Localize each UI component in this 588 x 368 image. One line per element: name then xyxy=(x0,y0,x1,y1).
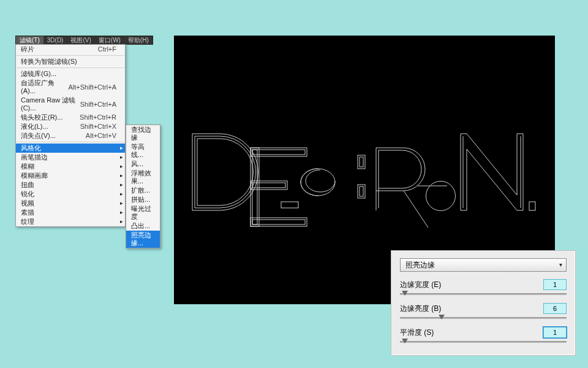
submenu-solarize[interactable]: 曝光过度 xyxy=(126,204,160,221)
menubar-window[interactable]: 窗口(W) xyxy=(95,36,124,45)
menubar-filter[interactable]: 滤镜(T) xyxy=(16,36,43,45)
slider-track xyxy=(400,341,567,343)
submenu-find-edges[interactable]: 查找边缘 xyxy=(126,125,160,142)
menubar-3d[interactable]: 3D(D) xyxy=(43,36,67,45)
app-menubar[interactable]: 滤镜(T) 3D(D) 视图(V) 窗口(W) 帮助(H) xyxy=(15,36,153,45)
dropdown-value: 照亮边缘 xyxy=(405,261,435,269)
menu-adaptive-wide[interactable]: 自适应广角(A)...Alt+Shift+Ctrl+A xyxy=(16,79,125,96)
slider-value-input[interactable]: 6 xyxy=(543,303,567,314)
menubar-view[interactable]: 视图(V) xyxy=(67,36,94,45)
menu-separator xyxy=(17,55,124,56)
slider-label: 平滑度 (S) xyxy=(400,328,543,338)
menu-video[interactable]: 视频 xyxy=(16,199,125,208)
menu-distort[interactable]: 扭曲 xyxy=(16,180,125,190)
menu-lens-correction[interactable]: 镜头校正(R)...Shift+Ctrl+R xyxy=(16,113,125,122)
stylize-submenu: 查找边缘 等高线... 风... 浮雕效果... 扩散... 拼贴... 曝光过… xyxy=(126,125,160,248)
submenu-contour[interactable]: 等高线... xyxy=(126,142,160,159)
menu-brush-strokes[interactable]: 画笔描边 xyxy=(16,153,125,162)
slider-label: 边缘宽度 (E) xyxy=(400,280,543,290)
svg-rect-12 xyxy=(360,186,363,196)
slider-row-edge-width: 边缘宽度 (E) 1 xyxy=(391,277,575,290)
svg-rect-2 xyxy=(251,148,259,226)
filter-name-dropdown[interactable]: 照亮边缘 xyxy=(400,258,567,272)
slider-thumb[interactable] xyxy=(402,291,408,296)
filter-menu: 碎片 Ctrl+F 转换为智能滤镜(S) 滤镜库(G)... 自适应广角(A).… xyxy=(15,44,126,227)
menu-blur-gallery[interactable]: 模糊画廊 xyxy=(16,171,125,180)
slider-edge-brightness[interactable] xyxy=(400,316,567,321)
submenu-extrude[interactable]: 凸出... xyxy=(126,221,160,231)
slider-row-edge-brightness: 边缘亮度 (B) 6 xyxy=(391,301,575,314)
menu-liquify[interactable]: 液化(L)...Shift+Ctrl+X xyxy=(16,122,125,131)
slider-value-input[interactable]: 1 xyxy=(543,327,567,338)
submenu-diffuse[interactable]: 扩散... xyxy=(126,186,160,195)
slider-edge-width[interactable] xyxy=(400,292,567,297)
slider-thumb[interactable] xyxy=(402,339,408,343)
menu-blur[interactable]: 模糊 xyxy=(16,162,125,171)
slider-track xyxy=(400,317,567,319)
slider-smoothness[interactable] xyxy=(400,340,567,345)
menu-stylize[interactable]: 风格化 xyxy=(16,144,125,153)
menu-convert-smart[interactable]: 转换为智能滤镜(S) xyxy=(16,57,125,66)
svg-rect-10 xyxy=(360,157,363,167)
filter-options-panel: 照亮边缘 边缘宽度 (E) 1 边缘亮度 (B) 6 平滑度 (S) 1 xyxy=(391,250,576,356)
submenu-emboss[interactable]: 浮雕效果... xyxy=(126,169,160,186)
menubar-help[interactable]: 帮助(H) xyxy=(124,36,153,45)
menu-label: 转换为智能滤镜(S) xyxy=(21,58,77,66)
submenu-wind[interactable]: 风... xyxy=(126,159,160,169)
menu-shortcut: Ctrl+F xyxy=(98,45,116,53)
slider-track xyxy=(400,293,567,295)
slider-row-smoothness: 平滑度 (S) 1 xyxy=(391,324,575,338)
menu-filter-gallery[interactable]: 滤镜库(G)... xyxy=(16,69,125,79)
slider-thumb[interactable] xyxy=(439,315,445,320)
menu-last-filter[interactable]: 碎片 Ctrl+F xyxy=(16,45,125,54)
slider-label: 边缘亮度 (B) xyxy=(400,304,543,314)
menu-texture[interactable]: 纹理 xyxy=(16,217,125,226)
svg-rect-8 xyxy=(281,202,298,208)
svg-rect-7 xyxy=(252,220,305,224)
menu-camera-raw[interactable]: Camera Raw 滤镜(C)...Shift+Ctrl+A xyxy=(16,96,125,113)
svg-rect-1 xyxy=(252,150,305,155)
slider-value-input[interactable]: 1 xyxy=(543,279,567,290)
menu-separator xyxy=(17,142,124,142)
svg-rect-13 xyxy=(529,202,535,210)
menu-separator xyxy=(17,67,124,68)
menu-sharpen[interactable]: 锐化 xyxy=(16,190,125,199)
menu-vanishing-point[interactable]: 消失点(V)...Alt+Ctrl+V xyxy=(16,131,125,140)
menu-label: 碎片 xyxy=(21,45,34,53)
submenu-glowing-edges[interactable]: 照亮边缘... xyxy=(126,231,160,248)
design-artwork xyxy=(186,125,543,235)
submenu-tiles[interactable]: 拼贴... xyxy=(126,195,160,204)
menu-sketch[interactable]: 素描 xyxy=(16,208,125,217)
